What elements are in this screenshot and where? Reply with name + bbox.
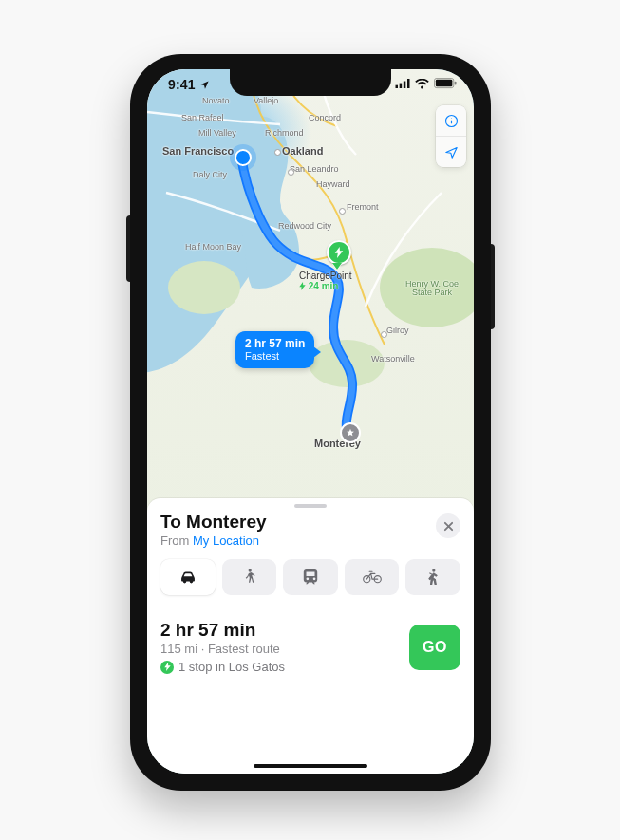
cellular-icon	[395, 79, 410, 88]
svg-rect-1	[400, 84, 403, 88]
current-location-dot[interactable]	[235, 149, 252, 166]
svg-rect-0	[396, 85, 399, 88]
bolt-badge-icon	[160, 661, 174, 674]
map-water	[147, 69, 356, 373]
notch	[230, 69, 391, 96]
park-henry-coe: Henry W. Coe State Park	[405, 280, 459, 298]
location-arrow-icon	[443, 144, 460, 160]
svg-point-7	[380, 248, 474, 327]
go-label: GO	[423, 639, 447, 656]
result-stop-text: 1 stop in Los Gatos	[178, 660, 285, 674]
bike-icon	[363, 569, 382, 586]
location-services-icon	[199, 80, 210, 90]
place-gilroy: Gilroy	[386, 326, 409, 335]
close-button[interactable]	[436, 513, 460, 538]
result-time: 2 hr 57 min	[160, 620, 409, 641]
map-controls	[436, 105, 466, 167]
walk-icon	[239, 569, 258, 586]
close-icon	[443, 521, 454, 532]
bolt-icon	[334, 247, 344, 258]
mode-transit[interactable]	[283, 559, 338, 595]
svg-point-13	[249, 569, 252, 571]
place-watsonville: Watsonville	[371, 354, 415, 364]
home-indicator[interactable]	[254, 764, 367, 768]
route-result: 2 hr 57 min 115 mi · Fastest route 1 sto…	[160, 620, 460, 674]
svg-rect-3	[407, 79, 410, 88]
map-locate-button[interactable]	[436, 136, 466, 167]
sheet-title: To Monterey	[160, 512, 436, 532]
svg-point-12	[451, 118, 452, 119]
destination-pin[interactable]	[340, 422, 361, 443]
result-charging-stop: 1 stop in Los Gatos	[160, 660, 409, 674]
result-meta: 115 mi · Fastest route	[160, 642, 409, 656]
status-right	[395, 78, 457, 89]
mode-walk[interactable]	[222, 559, 277, 595]
transport-mode-selector	[160, 559, 460, 595]
charging-stop-pin[interactable]	[327, 240, 348, 267]
screen: 9:41	[147, 69, 474, 774]
charging-stop-time: 24 min	[309, 281, 339, 291]
mode-rideshare[interactable]	[405, 559, 460, 595]
result-distance: 115 mi	[160, 642, 197, 656]
transit-icon	[301, 569, 320, 586]
star-icon	[346, 428, 355, 438]
route-callout-time: 2 hr 57 min	[245, 337, 305, 350]
from-label: From	[160, 533, 189, 548]
car-icon	[178, 569, 197, 586]
status-time: 9:41	[168, 77, 210, 92]
clock-text: 9:41	[168, 77, 196, 92]
mode-bike[interactable]	[345, 559, 400, 595]
go-button[interactable]: GO	[409, 625, 460, 670]
info-icon	[443, 113, 460, 129]
wifi-icon	[415, 79, 429, 89]
battery-icon	[434, 78, 457, 89]
result-note: Fastest route	[208, 642, 280, 656]
mode-drive[interactable]	[160, 559, 216, 595]
svg-rect-6	[455, 82, 457, 85]
sheet-header: To Monterey From My Location	[160, 512, 460, 548]
sheet-subtitle: From My Location	[160, 533, 436, 548]
route-callout[interactable]: 2 hr 57 min Fastest	[235, 331, 314, 368]
rideshare-icon	[423, 569, 442, 586]
sheet-grabber[interactable]	[294, 504, 327, 508]
city-dot	[381, 331, 387, 338]
charging-stop-name: ChargePoint	[299, 271, 352, 281]
bolt-icon	[299, 282, 306, 290]
route-callout-note: Fastest	[245, 350, 305, 362]
svg-point-16	[432, 569, 435, 571]
map-info-button[interactable]	[436, 105, 466, 136]
from-location-link[interactable]: My Location	[193, 533, 259, 548]
directions-sheet: To Monterey From My Location	[147, 498, 474, 774]
iphone-frame: 9:41	[130, 54, 491, 791]
svg-rect-2	[404, 82, 406, 89]
charging-stop-label: ChargePoint 24 min	[299, 271, 352, 291]
svg-rect-5	[436, 80, 453, 86]
